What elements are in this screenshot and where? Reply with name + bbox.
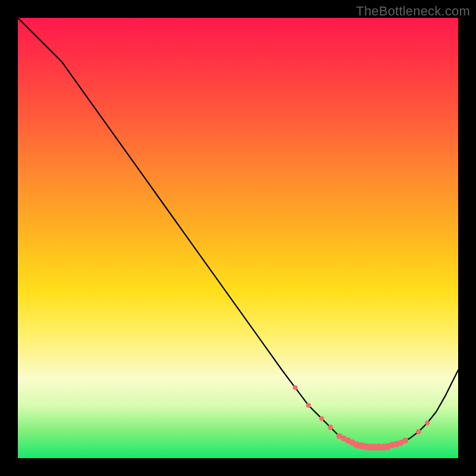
chart-frame: TheBottleneck.com	[0, 0, 476, 476]
plot-area	[18, 18, 458, 458]
highlight-dot	[425, 421, 430, 425]
highlight-dot	[306, 403, 311, 408]
chart-svg	[18, 18, 458, 458]
highlight-dot	[402, 437, 408, 443]
highlight-dot	[293, 386, 298, 390]
bottleneck-curve	[18, 18, 458, 447]
highlight-dots-group	[293, 386, 430, 451]
attribution-text: TheBottleneck.com	[356, 4, 470, 19]
highlight-dot	[416, 429, 421, 434]
highlight-dot	[328, 425, 333, 430]
highlight-dot	[320, 416, 324, 421]
